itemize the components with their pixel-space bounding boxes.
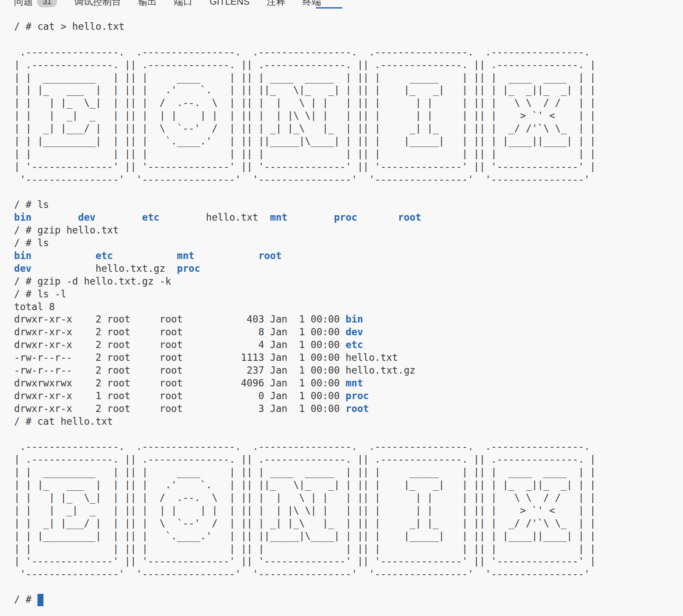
directory-name: mnt <box>270 212 287 223</box>
terminal-text <box>113 250 177 261</box>
tab-comments[interactable]: 注释 <box>267 0 285 8</box>
terminal-text: | '--------------' || '--------------' |… <box>14 161 596 172</box>
terminal-text: / # cat hello.txt <box>14 416 113 427</box>
ascii-art-line: | '--------------' || '--------------' |… <box>14 555 596 568</box>
terminal-text: / # ls <box>14 199 49 210</box>
ascii-art-line: | .--------------. || .--------------. |… <box>14 59 596 72</box>
directory-name: proc <box>346 390 369 401</box>
terminal-text: | | _| |___/ | | || | \ `--' / | || | _|… <box>14 518 596 529</box>
terminal-text: / # gzip hello.txt <box>14 225 119 236</box>
terminal-text: | .--------------. || .--------------. |… <box>14 454 596 465</box>
terminal-text: .----------------. .----------------. .-… <box>14 46 596 58</box>
terminal-text: drwxrwxrwx 2 root root 4096 Jan 1 00:00 <box>14 377 346 389</box>
ascii-art-line: '----------------' '----------------' '-… <box>14 173 596 186</box>
terminal-text: | | | |_ \_| | || | / .--. \ | || | | \ … <box>14 97 596 108</box>
terminal-text: / # gzip -d hello.txt.gz -k <box>14 276 171 287</box>
terminal-cursor <box>37 594 43 606</box>
terminal-line <box>14 33 596 46</box>
terminal-line: bin dev etc hello.txt mnt proc root <box>14 211 596 224</box>
ascii-art-line: | | |_ ___ | | || | .' `. | || ||_ \|_ _… <box>14 479 596 492</box>
terminal-text: | | _________ | || | ____ | || | ____ __… <box>14 466 596 478</box>
terminal-line: dev hello.txt.gz proc <box>14 262 596 275</box>
terminal-text <box>194 250 258 261</box>
terminal-line: drwxr-xr-x 2 root root 3 Jan 1 00:00 roo… <box>14 403 596 415</box>
ascii-art-line: | '--------------' || '--------------' |… <box>14 161 596 173</box>
terminal-text: / # <box>14 594 37 605</box>
terminal-line: total 8 <box>14 301 596 314</box>
terminal-line: / # cat > hello.txt <box>14 20 596 33</box>
terminal-text <box>32 263 95 274</box>
terminal-line: / # cat hello.txt <box>14 415 596 428</box>
directory-name: bin <box>14 250 32 261</box>
terminal-text: drwxr-xr-x 2 root root 3 Jan 1 00:00 <box>14 403 346 414</box>
terminal-line: / # ls -l <box>14 288 596 301</box>
terminal-line <box>14 581 596 593</box>
directory-name: etc <box>142 212 160 223</box>
terminal-text: | | |_________| | || | `.____.' | || ||_… <box>14 135 596 147</box>
directory-name: dev <box>346 326 363 337</box>
ascii-art-line: | | |_________| | || | `.____.' | || ||_… <box>14 135 596 148</box>
directory-name: bin <box>14 212 32 223</box>
ascii-art-line: | | _| |___/ | | || | \ `--' / | || | _|… <box>14 122 596 135</box>
terminal-line: drwxr-xr-x 2 root root 4 Jan 1 00:00 etc <box>14 339 596 351</box>
directory-name: dev <box>78 212 95 223</box>
active-tab-underline <box>316 7 342 9</box>
terminal-line <box>14 186 596 199</box>
directory-name: mnt <box>177 250 194 261</box>
terminal-line: -rw-r--r-- 2 root root 237 Jan 1 00:00 h… <box>14 364 596 377</box>
tab-output[interactable]: 输出 <box>138 0 157 8</box>
terminal-text: drwxr-xr-x 2 root root 403 Jan 1 00:00 <box>14 314 346 325</box>
directory-name: proc <box>177 263 200 274</box>
terminal-output[interactable]: / # cat > hello.txt .----------------. .… <box>14 20 596 606</box>
terminal-line: drwxr-xr-x 2 root root 403 Jan 1 00:00 b… <box>14 313 596 326</box>
terminal-line: drwxr-xr-x 2 root root 8 Jan 1 00:00 dev <box>14 326 596 339</box>
terminal-line: / # gzip -d hello.txt.gz -k <box>14 275 596 288</box>
ascii-art-line: | | _________ | || | ____ | || | ____ __… <box>14 466 596 479</box>
terminal-text <box>95 212 142 223</box>
terminal-line: / # gzip hello.txt <box>14 224 596 237</box>
terminal-text: | | | || | | || | | || | | || | | | <box>14 148 596 159</box>
terminal-text: | | _| |___/ | | || | \ `--' / | || | _|… <box>14 123 596 134</box>
terminal-text: | '--------------' || '--------------' |… <box>14 556 596 567</box>
ascii-art-line: | | | || | | || | | || | | || | | | <box>14 148 596 161</box>
terminal-text <box>32 250 95 261</box>
ascii-art-line: .----------------. .----------------. .-… <box>14 440 596 453</box>
tab-problems[interactable]: 问题31 <box>14 0 57 8</box>
terminal-text: | | | _| _ | || | | | | | | || | | |\ \|… <box>14 505 596 516</box>
ascii-art-line: | .--------------. || .--------------. |… <box>14 453 596 466</box>
ascii-art-line: | | | || | | || | | || | | || | | | <box>14 543 596 556</box>
directory-name: bin <box>346 314 363 325</box>
terminal-text: | | |_ ___ | | || | .' `. | || ||_ \|_ _… <box>14 479 596 490</box>
tab-label: 端口 <box>174 0 192 8</box>
ascii-art-line: '----------------' '----------------' '-… <box>14 568 596 581</box>
tab-gitlens[interactable]: GITLENS <box>209 0 250 7</box>
terminal-text: -rw-r--r-- 2 root root 237 Jan 1 00:00 h… <box>14 365 415 376</box>
terminal-line: bin etc mnt root <box>14 250 596 262</box>
terminal-text: .----------------. .----------------. .-… <box>14 441 596 452</box>
panel-tab-bar: 问题31调试控制台输出端口GITLENS注释终端 <box>14 0 321 9</box>
terminal-text: hello.txt <box>206 212 270 223</box>
terminal-text: '----------------' '----------------' '-… <box>14 568 596 579</box>
ascii-art-line: .----------------. .----------------. .-… <box>14 46 596 59</box>
terminal-text: / # cat > hello.txt <box>14 21 125 32</box>
terminal-line: drwxr-xr-x 1 root root 0 Jan 1 00:00 pro… <box>14 390 596 403</box>
terminal-text: | | _________ | || | ____ | || | ____ __… <box>14 72 596 83</box>
terminal-text: | | | || | | || | | || | | || | | | <box>14 543 596 554</box>
terminal-text: | | | |_ \_| | || | / .--. \ | || | | \ … <box>14 492 596 503</box>
directory-name: mnt <box>346 377 363 389</box>
ascii-art-line: | | _| |___/ | | || | \ `--' / | || | _|… <box>14 517 596 530</box>
tab-ports[interactable]: 端口 <box>174 0 192 8</box>
terminal-text: total 8 <box>14 301 55 312</box>
terminal-line: drwxrwxrwx 2 root root 4096 Jan 1 00:00 … <box>14 377 596 390</box>
terminal-text: hello.txt.gz <box>95 263 177 274</box>
terminal-text <box>32 212 78 223</box>
terminal-line: / # <box>14 593 596 606</box>
ascii-art-line: | | |_________| | || | `.____.' | || ||_… <box>14 530 596 543</box>
tab-debug-console[interactable]: 调试控制台 <box>74 0 121 8</box>
directory-name: etc <box>346 339 363 350</box>
terminal-text: | | |_________| | || | `.____.' | || ||_… <box>14 530 596 541</box>
tab-label: 注释 <box>267 0 285 8</box>
terminal-text: / # ls -l <box>14 288 66 299</box>
terminal-line <box>14 428 596 441</box>
ascii-art-line: | | |_ ___ | | || | .' `. | || ||_ \|_ _… <box>14 84 596 97</box>
